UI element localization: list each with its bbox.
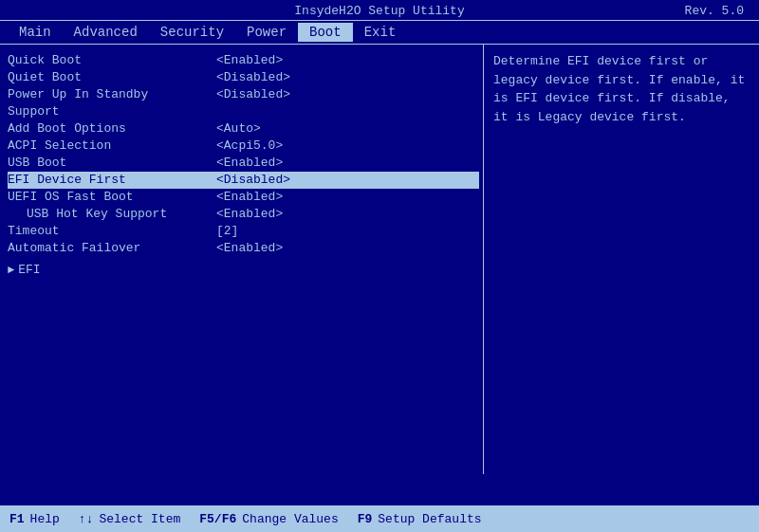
status-desc: Help: [30, 512, 60, 526]
bios-row: Add Boot Options<Auto>: [8, 120, 479, 138]
menu-item-exit[interactable]: Exit: [353, 23, 408, 42]
bios-row: Automatic Failover<Enabled>: [8, 240, 479, 257]
app-title: InsydeH2O Setup Utility: [294, 4, 464, 18]
status-key: F9: [358, 512, 373, 526]
status-item: F1Help: [9, 512, 60, 526]
bios-row: Timeout[2]: [8, 223, 479, 240]
bios-row: Support: [8, 103, 479, 120]
row-label: Automatic Failover: [8, 241, 216, 255]
right-panel: Determine EFI device first or legacy dev…: [484, 45, 759, 474]
status-item: F9Setup Defaults: [358, 512, 482, 526]
row-value: <Enabled>: [216, 190, 479, 204]
row-label: Power Up In Standby: [8, 87, 216, 101]
row-value: <Disabled>: [216, 87, 479, 101]
row-label: Quiet Boot: [8, 70, 216, 84]
main-content: Quick Boot<Enabled>Quiet Boot<Disabled>P…: [0, 45, 759, 474]
row-value: [2]: [216, 224, 479, 238]
status-key: F1: [9, 512, 25, 526]
bios-row: Quick Boot<Enabled>: [8, 52, 479, 69]
row-value: <Acpi5.0>: [216, 138, 479, 153]
status-key: ↑↓: [79, 512, 94, 526]
row-label: ACPI Selection: [8, 138, 216, 153]
row-label: EFI Device First: [8, 173, 216, 187]
row-value: <Enabled>: [216, 156, 479, 170]
row-label: USB Boot: [8, 156, 216, 170]
row-value: <Disabled>: [216, 173, 479, 187]
row-label: Quick Boot: [8, 53, 216, 67]
efi-label: EFI: [18, 263, 40, 277]
row-label: USB Hot Key Support: [8, 207, 216, 221]
bios-row: UEFI OS Fast Boot<Enabled>: [8, 189, 479, 206]
bios-row: ACPI Selection<Acpi5.0>: [8, 138, 479, 155]
row-label: UEFI OS Fast Boot: [8, 190, 216, 204]
menu-item-main[interactable]: Main: [8, 23, 63, 42]
status-bar: F1Help↑↓Select ItemF5/F6Change ValuesF9S…: [0, 505, 759, 532]
triangle-icon: ►: [8, 264, 14, 277]
menu-bar: MainAdvancedSecurityPowerBootExit: [0, 20, 759, 45]
help-description: Determine EFI device first or legacy dev…: [493, 54, 745, 124]
title-bar: InsydeH2O Setup Utility Rev. 5.0: [0, 0, 759, 20]
menu-item-security[interactable]: Security: [149, 23, 235, 42]
bios-row[interactable]: EFI Device First<Disabled>: [8, 172, 479, 189]
bios-row: Power Up In Standby<Disabled>: [8, 86, 479, 103]
row-value: <Auto>: [216, 121, 479, 136]
status-desc: Select Item: [99, 512, 180, 526]
efi-section[interactable]: ►EFI: [8, 257, 479, 279]
menu-item-power[interactable]: Power: [235, 23, 298, 42]
row-value: <Enabled>: [216, 53, 479, 67]
status-item: ↑↓Select Item: [79, 512, 180, 526]
row-value: <Enabled>: [216, 241, 479, 255]
row-value: <Enabled>: [216, 207, 479, 221]
menu-item-boot[interactable]: Boot: [298, 23, 353, 42]
row-label: Add Boot Options: [8, 121, 216, 136]
bios-row: USB Hot Key Support<Enabled>: [8, 206, 479, 223]
revision: Rev. 5.0: [685, 4, 744, 18]
menu-item-advanced[interactable]: Advanced: [63, 23, 149, 42]
bios-row: Quiet Boot<Disabled>: [8, 69, 479, 86]
row-label: Timeout: [8, 224, 216, 238]
row-value: <Disabled>: [216, 70, 479, 84]
status-key: F5/F6: [199, 512, 236, 526]
status-desc: Change Values: [242, 512, 338, 526]
status-item: F5/F6Change Values: [199, 512, 338, 526]
row-label: Support: [8, 104, 216, 119]
left-panel: Quick Boot<Enabled>Quiet Boot<Disabled>P…: [0, 45, 484, 474]
status-desc: Setup Defaults: [378, 512, 481, 526]
bios-row: USB Boot<Enabled>: [8, 155, 479, 172]
